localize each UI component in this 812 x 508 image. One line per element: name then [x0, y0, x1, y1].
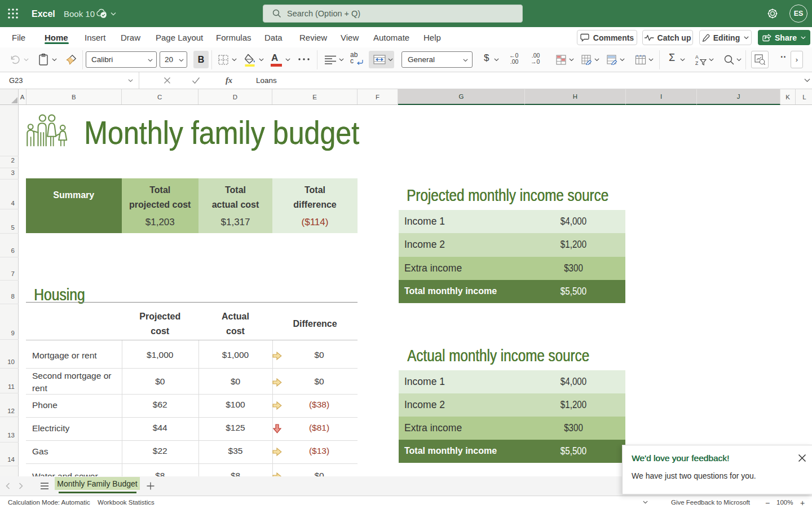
svg-text:Z: Z — [695, 60, 698, 65]
svg-text:A: A — [695, 54, 699, 60]
